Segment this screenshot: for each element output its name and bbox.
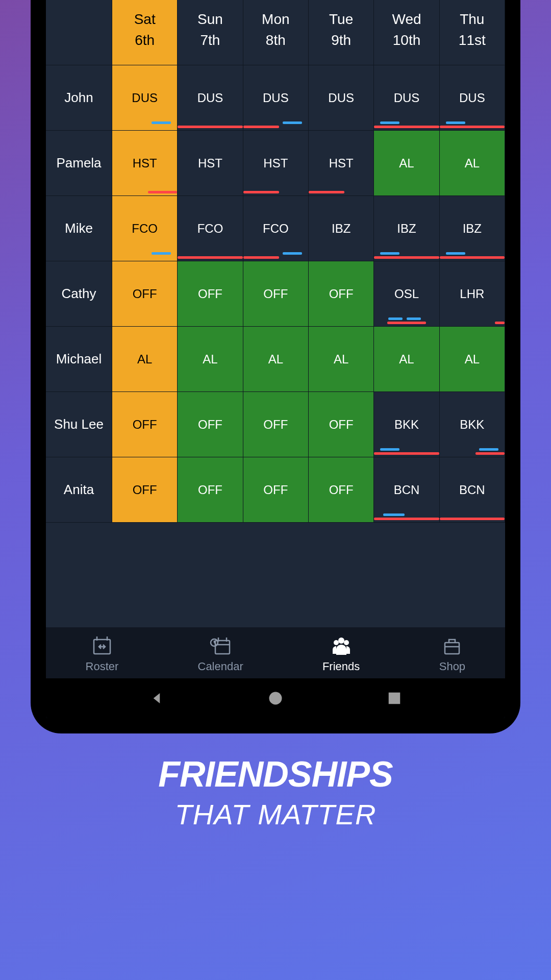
shift-cell-4-0[interactable]: AL xyxy=(112,327,178,392)
shift-code: HST xyxy=(263,156,288,170)
tagline-line2: THAT MATTER xyxy=(158,798,393,831)
recent-button[interactable] xyxy=(387,691,402,706)
header-day-3[interactable]: Tue9th xyxy=(309,0,374,65)
blue-indicator xyxy=(446,121,465,124)
friend-name-3[interactable]: Cathy xyxy=(46,261,112,327)
nav-roster[interactable]: Roster xyxy=(86,634,119,673)
blue-indicator xyxy=(380,448,399,451)
header-day-4[interactable]: Wed10th xyxy=(374,0,439,65)
shift-cell-5-3[interactable]: OFF xyxy=(309,392,374,457)
shift-cell-3-2[interactable]: OFF xyxy=(243,261,309,327)
shift-cell-4-3[interactable]: AL xyxy=(309,327,374,392)
header-corner xyxy=(46,0,112,65)
red-indicator xyxy=(309,191,344,193)
shift-code: AL xyxy=(399,352,414,366)
friend-name-0[interactable]: John xyxy=(46,65,112,131)
back-button[interactable] xyxy=(149,691,164,706)
shift-code: BCN xyxy=(459,483,485,497)
shift-cell-1-3[interactable]: HST xyxy=(309,131,374,196)
shift-cell-5-4[interactable]: BKK xyxy=(374,392,439,457)
empty-area xyxy=(46,523,505,627)
shift-cell-1-1[interactable]: HST xyxy=(178,131,243,196)
shift-cell-3-0[interactable]: OFF xyxy=(112,261,178,327)
friend-name-6[interactable]: Anita xyxy=(46,457,112,523)
shift-cell-0-5[interactable]: DUS xyxy=(440,65,505,131)
shift-cell-4-1[interactable]: AL xyxy=(178,327,243,392)
friend-name-1[interactable]: Pamela xyxy=(46,131,112,196)
svg-point-11 xyxy=(334,640,339,645)
home-button[interactable] xyxy=(268,691,283,706)
shift-cell-3-3[interactable]: OFF xyxy=(309,261,374,327)
red-indicator xyxy=(243,191,279,193)
blue-indicator xyxy=(446,252,465,255)
friend-name-4[interactable]: Michael xyxy=(46,327,112,392)
shift-cell-1-4[interactable]: AL xyxy=(374,131,439,196)
header-day-2[interactable]: Mon8th xyxy=(243,0,309,65)
header-day-0[interactable]: Sat6th xyxy=(112,0,178,65)
shift-code: AL xyxy=(465,352,480,366)
shift-cell-2-3[interactable]: IBZ xyxy=(309,196,374,261)
shift-cell-3-1[interactable]: OFF xyxy=(178,261,243,327)
tagline: FRIENDSHIPS THAT MATTER xyxy=(158,754,393,831)
shift-code: HST xyxy=(133,156,157,170)
svg-point-15 xyxy=(269,692,282,705)
shift-cell-4-5[interactable]: AL xyxy=(440,327,505,392)
shift-cell-2-5[interactable]: IBZ xyxy=(440,196,505,261)
shift-code: OSL xyxy=(394,287,419,301)
shift-cell-1-0[interactable]: HST xyxy=(112,131,178,196)
shift-cell-5-5[interactable]: BKK xyxy=(440,392,505,457)
shift-cell-2-2[interactable]: FCO xyxy=(243,196,309,261)
shift-cell-0-4[interactable]: DUS xyxy=(374,65,439,131)
shift-cell-6-0[interactable]: OFF xyxy=(112,457,178,523)
shift-cell-3-5[interactable]: LHR xyxy=(440,261,505,327)
shift-code: AL xyxy=(137,352,152,366)
shift-cell-2-0[interactable]: FCO xyxy=(112,196,178,261)
shift-cell-0-3[interactable]: DUS xyxy=(309,65,374,131)
shift-cell-6-5[interactable]: BCN xyxy=(440,457,505,523)
shift-code: IBZ xyxy=(332,222,350,236)
shift-cell-0-1[interactable]: DUS xyxy=(178,65,243,131)
red-indicator xyxy=(374,126,439,128)
nav-label: Friends xyxy=(322,660,360,673)
nav-shop[interactable]: Shop xyxy=(439,634,465,673)
shift-code: AL xyxy=(268,352,283,366)
blue-indicator xyxy=(407,317,421,320)
shift-code: DUS xyxy=(132,91,158,105)
shift-cell-5-1[interactable]: OFF xyxy=(178,392,243,457)
blue-indicator xyxy=(380,121,399,124)
shift-cell-2-4[interactable]: IBZ xyxy=(374,196,439,261)
red-indicator xyxy=(178,126,242,128)
shift-cell-1-2[interactable]: HST xyxy=(243,131,309,196)
shift-code: OFF xyxy=(263,287,288,301)
header-day-1[interactable]: Sun7th xyxy=(178,0,243,65)
calendar-icon xyxy=(207,634,234,657)
shift-code: DUS xyxy=(459,91,485,105)
shift-cell-6-4[interactable]: BCN xyxy=(374,457,439,523)
shift-cell-6-1[interactable]: OFF xyxy=(178,457,243,523)
shift-cell-4-2[interactable]: AL xyxy=(243,327,309,392)
shift-code: OFF xyxy=(329,287,354,301)
shift-cell-2-1[interactable]: FCO xyxy=(178,196,243,261)
red-indicator xyxy=(440,256,505,259)
shift-code: DUS xyxy=(263,91,289,105)
shift-cell-5-2[interactable]: OFF xyxy=(243,392,309,457)
friend-name-5[interactable]: Shu Lee xyxy=(46,392,112,457)
shift-cell-1-5[interactable]: AL xyxy=(440,131,505,196)
header-day-5[interactable]: Thu11st xyxy=(440,0,505,65)
red-indicator xyxy=(495,322,505,324)
shift-cell-6-2[interactable]: OFF xyxy=(243,457,309,523)
shift-cell-6-3[interactable]: OFF xyxy=(309,457,374,523)
shift-code: OFF xyxy=(133,287,157,301)
nav-friends[interactable]: Friends xyxy=(322,634,360,673)
shift-cell-0-0[interactable]: DUS xyxy=(112,65,178,131)
shift-cell-4-4[interactable]: AL xyxy=(374,327,439,392)
shift-code: BCN xyxy=(394,483,420,497)
red-indicator xyxy=(243,126,279,128)
shift-cell-5-0[interactable]: OFF xyxy=(112,392,178,457)
roster-icon xyxy=(89,634,115,657)
friend-name-2[interactable]: Mike xyxy=(46,196,112,261)
shift-code: DUS xyxy=(328,91,354,105)
shift-cell-3-4[interactable]: OSL xyxy=(374,261,439,327)
shift-cell-0-2[interactable]: DUS xyxy=(243,65,309,131)
nav-calendar[interactable]: Calendar xyxy=(198,634,243,673)
